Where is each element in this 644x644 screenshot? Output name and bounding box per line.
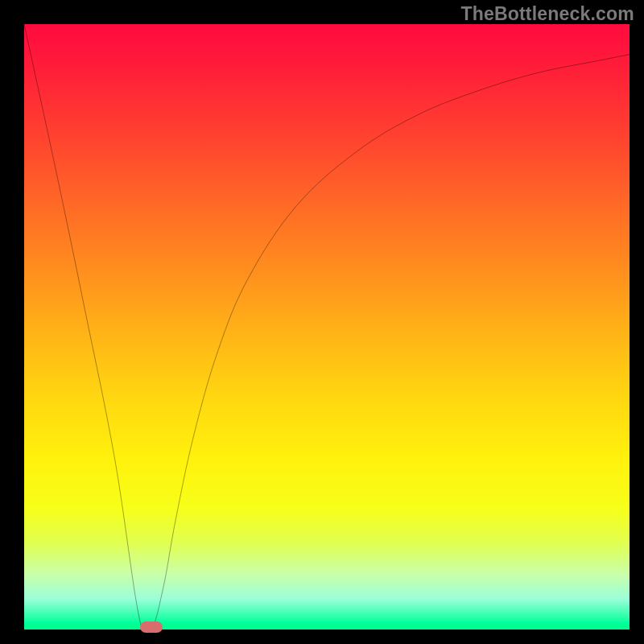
watermark-text: TheBottleneck.com: [460, 3, 634, 25]
chart-frame: TheBottleneck.com: [0, 0, 644, 644]
bottleneck-curve: [24, 24, 630, 630]
optimum-marker: [140, 621, 163, 633]
plot-area: [24, 24, 630, 630]
